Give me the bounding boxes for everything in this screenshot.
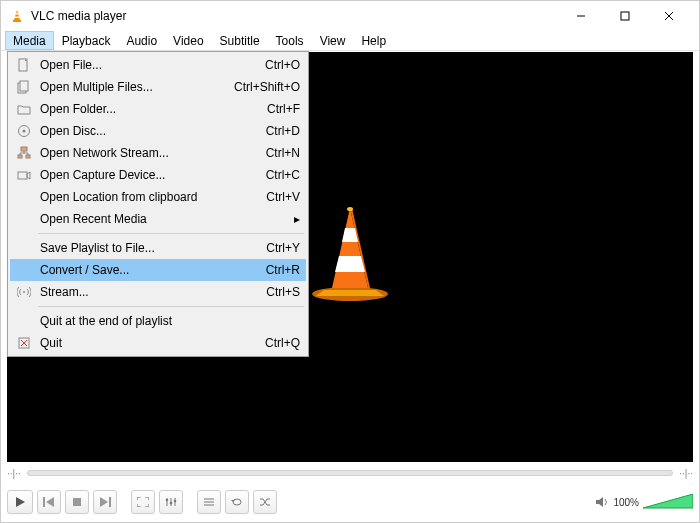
menu-separator <box>38 306 304 307</box>
svg-rect-3 <box>15 17 20 19</box>
fullscreen-button[interactable] <box>131 490 155 514</box>
vlc-cone-icon <box>306 202 394 302</box>
svg-marker-0 <box>14 10 20 20</box>
menubar: MediaPlaybackAudioVideoSubtitleToolsView… <box>1 31 699 51</box>
svg-rect-2 <box>15 13 19 15</box>
menu-item-label: Convert / Save... <box>34 263 266 277</box>
close-button[interactable] <box>647 1 691 31</box>
svg-point-44 <box>170 502 173 505</box>
menu-item-open-network-stream[interactable]: Open Network Stream...Ctrl+N <box>10 142 306 164</box>
menu-item-convert-save[interactable]: Convert / Save...Ctrl+R <box>10 259 306 281</box>
menu-item-label: Quit at the end of playlist <box>34 314 300 328</box>
seek-start-icon: ∙∙|∙∙ <box>7 468 21 479</box>
menu-item-label: Open Disc... <box>34 124 266 138</box>
menu-help[interactable]: Help <box>353 31 394 50</box>
svg-rect-23 <box>26 155 30 158</box>
menu-item-shortcut: Ctrl+C <box>266 168 300 182</box>
seek-slider[interactable] <box>27 470 674 476</box>
menu-item-label: Open Location from clipboard <box>34 190 266 204</box>
volume-label: 100% <box>613 497 639 508</box>
menu-item-open-multiple-files[interactable]: Open Multiple Files...Ctrl+Shift+O <box>10 76 306 98</box>
svg-point-45 <box>174 500 177 503</box>
svg-marker-49 <box>231 500 235 502</box>
speaker-icon[interactable] <box>595 496 609 508</box>
submenu-arrow-icon: ▸ <box>290 212 300 226</box>
menu-item-label: Open Recent Media <box>34 212 290 226</box>
playlist-button[interactable] <box>197 490 221 514</box>
menu-item-quit[interactable]: QuitCtrl+Q <box>10 332 306 354</box>
menu-view[interactable]: View <box>312 31 354 50</box>
volume-slider[interactable] <box>643 494 693 510</box>
menu-item-shortcut: Ctrl+F <box>267 102 300 116</box>
maximize-button[interactable] <box>603 1 647 31</box>
svg-point-30 <box>23 291 25 293</box>
app-window: VLC media player MediaPlaybackAudioVideo… <box>0 0 700 523</box>
menu-item-shortcut: Ctrl+N <box>266 146 300 160</box>
menu-item-label: Open Multiple Files... <box>34 80 234 94</box>
controls: 100% <box>7 488 693 516</box>
svg-point-43 <box>166 499 169 502</box>
menu-item-shortcut: Ctrl+D <box>266 124 300 138</box>
menu-item-open-capture-device[interactable]: Open Capture Device...Ctrl+C <box>10 164 306 186</box>
media-menu-dropdown: Open File...Ctrl+OOpen Multiple Files...… <box>7 51 309 357</box>
menu-media[interactable]: Media <box>5 31 54 50</box>
menu-playback[interactable]: Playback <box>54 31 119 50</box>
menu-item-open-location-from-clipboard[interactable]: Open Location from clipboardCtrl+V <box>10 186 306 208</box>
menu-item-open-file[interactable]: Open File...Ctrl+O <box>10 54 306 76</box>
minimize-button[interactable] <box>559 1 603 31</box>
menu-item-shortcut: Ctrl+S <box>266 285 300 299</box>
svg-marker-50 <box>596 497 603 507</box>
files-icon <box>14 80 34 94</box>
ext-settings-button[interactable] <box>159 490 183 514</box>
next-button[interactable] <box>93 490 117 514</box>
menu-item-stream[interactable]: Stream...Ctrl+S <box>10 281 306 303</box>
svg-point-20 <box>23 130 26 133</box>
menu-audio[interactable]: Audio <box>118 31 165 50</box>
menu-item-label: Open Capture Device... <box>34 168 266 182</box>
menu-item-label: Quit <box>34 336 265 350</box>
svg-marker-9 <box>316 290 384 296</box>
menu-item-shortcut: Ctrl+Y <box>266 241 300 255</box>
stop-button[interactable] <box>65 490 89 514</box>
menu-item-label: Open Folder... <box>34 102 267 116</box>
menu-subtitle[interactable]: Subtitle <box>212 31 268 50</box>
titlebar: VLC media player <box>1 1 699 31</box>
menu-item-label: Save Playlist to File... <box>34 241 266 255</box>
loop-button[interactable] <box>225 490 249 514</box>
svg-rect-22 <box>18 155 22 158</box>
menu-tools[interactable]: Tools <box>268 31 312 50</box>
menu-item-open-disc[interactable]: Open Disc...Ctrl+D <box>10 120 306 142</box>
svg-marker-34 <box>16 497 25 507</box>
menu-item-save-playlist-to-file[interactable]: Save Playlist to File...Ctrl+Y <box>10 237 306 259</box>
menu-item-label: Stream... <box>34 285 266 299</box>
svg-rect-37 <box>73 498 81 506</box>
svg-marker-13 <box>335 256 365 272</box>
menu-item-shortcut: Ctrl+R <box>266 263 300 277</box>
capture-icon <box>14 168 34 182</box>
svg-marker-10 <box>332 208 368 288</box>
seek-row: ∙∙|∙∙ ∙∙|∙∙ <box>7 464 693 482</box>
menu-item-open-folder[interactable]: Open Folder...Ctrl+F <box>10 98 306 120</box>
menu-video[interactable]: Video <box>165 31 211 50</box>
prev-button[interactable] <box>37 490 61 514</box>
network-icon <box>14 146 34 160</box>
svg-rect-21 <box>21 147 27 151</box>
svg-point-14 <box>347 207 353 211</box>
app-logo-icon <box>9 8 25 24</box>
menu-item-quit-at-the-end-of-playlist[interactable]: Quit at the end of playlist <box>10 310 306 332</box>
svg-rect-28 <box>18 172 27 179</box>
file-icon <box>14 58 34 72</box>
svg-marker-38 <box>100 497 108 507</box>
play-button[interactable] <box>7 490 33 514</box>
seek-end-icon: ∙∙|∙∙ <box>679 468 693 479</box>
menu-item-open-recent-media[interactable]: Open Recent Media▸ <box>10 208 306 230</box>
quit-icon <box>14 336 34 350</box>
volume-control: 100% <box>595 494 693 510</box>
svg-rect-35 <box>43 497 45 507</box>
svg-rect-5 <box>621 12 629 20</box>
bottom-bar: ∙∙|∙∙ ∙∙|∙∙ 100% <box>7 464 693 516</box>
window-title: VLC media player <box>31 9 559 23</box>
random-button[interactable] <box>253 490 277 514</box>
svg-rect-1 <box>13 20 21 22</box>
menu-separator <box>38 233 304 234</box>
